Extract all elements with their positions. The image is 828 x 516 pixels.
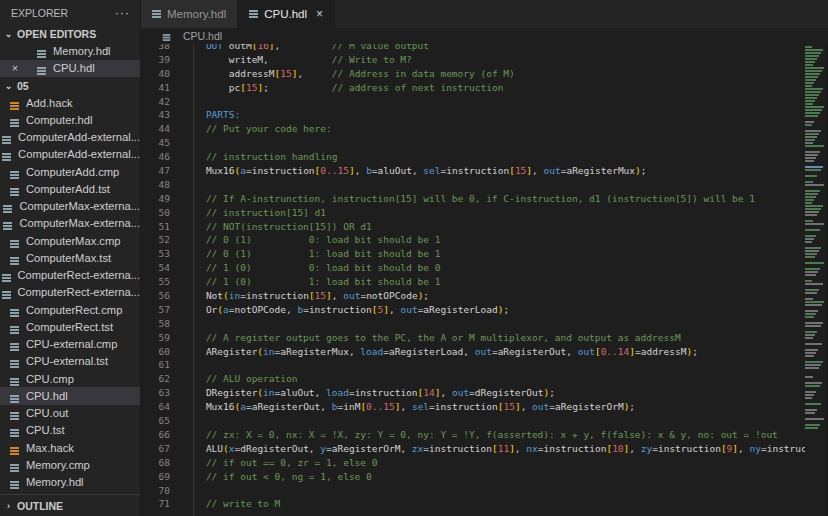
code-line[interactable]: 43 PARTS: <box>141 108 805 122</box>
code-line[interactable]: 39 writeM, // Write to M? <box>141 53 805 67</box>
code-editor[interactable]: 38 OUT outM[16], // M value output39 wri… <box>141 44 828 516</box>
code-line[interactable]: 61 <box>141 358 805 372</box>
code-line[interactable]: 70 <box>141 484 805 498</box>
code-line[interactable]: 46 // instruction handling <box>141 150 805 164</box>
code-line[interactable]: 58 <box>141 317 805 331</box>
code-line[interactable]: 71 // write to M <box>141 497 805 511</box>
open-editors-header[interactable]: ⌄ OPEN EDITORS <box>0 25 140 42</box>
code-line[interactable]: 57 Or(a=notOPCode, b=instruction[5], out… <box>141 303 805 317</box>
line-number[interactable]: 44 <box>141 122 170 136</box>
line-number[interactable]: 38 <box>141 44 170 53</box>
file-item[interactable]: ComputerAdd.tst <box>0 180 140 197</box>
line-number[interactable]: 69 <box>141 470 170 484</box>
outline-header[interactable]: › OUTLINE <box>0 494 140 516</box>
tab-memory-hdl[interactable]: Memory.hdl <box>141 0 238 28</box>
line-number[interactable]: 51 <box>141 220 170 234</box>
line-number[interactable]: 46 <box>141 150 170 164</box>
minimap[interactable] <box>805 46 825 516</box>
file-item[interactable]: Max.hack <box>0 439 140 456</box>
code-line[interactable]: 67 ALU(x=dRegisterOut, y=aRegisterOrM, z… <box>141 442 805 456</box>
line-number[interactable]: 64 <box>141 400 170 414</box>
line-number[interactable]: 45 <box>141 136 170 150</box>
file-item[interactable]: CPU.cmp <box>0 370 140 387</box>
file-item[interactable]: ComputerAdd-external... <box>0 129 140 146</box>
file-item[interactable]: ComputerRect-externa... <box>0 267 140 284</box>
line-number[interactable]: 52 <box>141 233 170 247</box>
file-item[interactable]: CPU-external.tst <box>0 353 140 370</box>
line-number[interactable]: 70 <box>141 484 170 498</box>
code-line[interactable]: 62 // ALU operation <box>141 372 805 386</box>
code-line[interactable]: 51 // NOT(instruction[15]) OR d1 <box>141 220 805 234</box>
code-line[interactable]: 50 // instruction[15] d1 <box>141 206 805 220</box>
code-line[interactable]: 69 // if out < 0, ng = 1, else 0 <box>141 470 805 484</box>
line-number[interactable]: 66 <box>141 428 170 442</box>
code-line[interactable]: 52 // 0 (1) 0: load bit should be 1 <box>141 233 805 247</box>
code-line[interactable]: 59 // A register output goes to the PC, … <box>141 331 805 345</box>
code-line[interactable]: 66 // zx: X = 0, nx: X = !X, zy: Y = 0, … <box>141 428 805 442</box>
breadcrumb-file[interactable]: CPU.hdl <box>183 30 222 42</box>
line-number[interactable]: 57 <box>141 303 170 317</box>
file-item[interactable]: ComputerMax-externa... <box>0 198 140 215</box>
line-number[interactable]: 53 <box>141 247 170 261</box>
file-item[interactable]: ComputerMax.tst <box>0 249 140 266</box>
file-item[interactable]: Memory.hdl <box>0 474 140 491</box>
file-item[interactable]: ComputerRect.tst <box>0 318 140 335</box>
line-number[interactable]: 48 <box>141 178 170 192</box>
code-line[interactable]: 42 <box>141 95 805 109</box>
line-number[interactable]: 41 <box>141 81 170 95</box>
line-number[interactable]: 43 <box>141 108 170 122</box>
line-number[interactable]: 61 <box>141 358 170 372</box>
line-number[interactable]: 39 <box>141 53 170 67</box>
file-item[interactable]: ComputerAdd.cmp <box>0 163 140 180</box>
tab-cpu-hdl[interactable]: CPU.hdl× <box>238 0 335 28</box>
open-editor-item[interactable]: Memory.hdl <box>0 42 140 60</box>
line-number[interactable]: 40 <box>141 67 170 81</box>
line-number[interactable]: 71 <box>141 497 170 511</box>
file-item[interactable]: ComputerRect-externa... <box>0 284 140 301</box>
line-number[interactable]: 67 <box>141 442 170 456</box>
code-line[interactable]: 49 // If A-instrunction, instruction[15]… <box>141 192 805 206</box>
code-line[interactable]: 55 // 1 (0) 1: load bit should be 1 <box>141 275 805 289</box>
line-number[interactable]: 55 <box>141 275 170 289</box>
line-number[interactable]: 47 <box>141 164 170 178</box>
more-actions-icon[interactable]: ··· <box>115 6 130 20</box>
line-number[interactable]: 50 <box>141 206 170 220</box>
line-number[interactable]: 68 <box>141 456 170 470</box>
line-number[interactable]: 60 <box>141 345 170 359</box>
file-item[interactable]: ComputerAdd-external... <box>0 146 140 163</box>
file-item[interactable]: Add.hack <box>0 94 140 111</box>
file-item[interactable]: Memory.cmp <box>0 456 140 473</box>
file-item[interactable]: Computer.hdl <box>0 111 140 128</box>
code-line[interactable]: 63 DRegister(in=aluOut, load=instruction… <box>141 386 805 400</box>
code-line[interactable]: 41 pc[15]; // address of next instructio… <box>141 81 805 95</box>
open-editor-item[interactable]: ×CPU.hdl <box>0 60 140 78</box>
code-line[interactable]: 44 // Put your code here: <box>141 122 805 136</box>
code-line[interactable]: 48 <box>141 178 805 192</box>
line-number[interactable]: 58 <box>141 317 170 331</box>
code-line[interactable]: 60 ARegister(in=aRegisterMux, load=aRegi… <box>141 345 805 359</box>
file-item[interactable]: CPU.out <box>0 405 140 422</box>
code-line[interactable]: 38 OUT outM[16], // M value output <box>141 44 805 53</box>
file-item[interactable]: CPU.tst <box>0 422 140 439</box>
file-item[interactable]: CPU.hdl <box>0 387 140 404</box>
line-number[interactable]: 49 <box>141 192 170 206</box>
code-line[interactable]: 45 <box>141 136 805 150</box>
code-line[interactable]: 65 <box>141 414 805 428</box>
file-item[interactable]: ComputerRect.cmp <box>0 301 140 318</box>
line-number[interactable]: 59 <box>141 331 170 345</box>
close-icon[interactable]: × <box>316 7 323 21</box>
code-line[interactable]: 54 // 1 (0) 0: load bit should be 0 <box>141 261 805 275</box>
line-number[interactable]: 63 <box>141 386 170 400</box>
code-line[interactable]: 64 Mux16(a=aRegisterOut, b=inM[0..15], s… <box>141 400 805 414</box>
file-item[interactable]: ComputerMax.cmp <box>0 232 140 249</box>
line-number[interactable]: 65 <box>141 414 170 428</box>
code-line[interactable]: 53 // 0 (1) 1: load bit should be 1 <box>141 247 805 261</box>
code-line[interactable]: 56 Not(in=instruction[15], out=notOPCode… <box>141 289 805 303</box>
line-number[interactable]: 54 <box>141 261 170 275</box>
code-line[interactable]: 40 addressM[15], // Address in data memo… <box>141 67 805 81</box>
line-number[interactable]: 42 <box>141 95 170 109</box>
file-item[interactable]: CPU-external.cmp <box>0 336 140 353</box>
line-number[interactable]: 62 <box>141 372 170 386</box>
close-icon[interactable]: × <box>8 62 22 74</box>
file-item[interactable]: ComputerMax-externa... <box>0 215 140 232</box>
